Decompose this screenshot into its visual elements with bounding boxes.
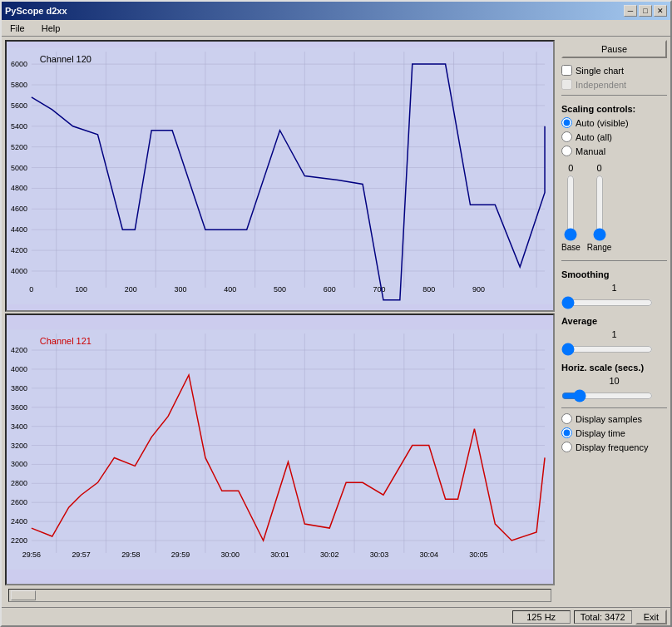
svg-text:30:04: 30:04 xyxy=(419,550,437,559)
base-slider[interactable] xyxy=(561,175,580,241)
scaling-auto-visible-radio[interactable] xyxy=(561,117,572,128)
status-bar: 125 Hz Total: 3472 Exit xyxy=(2,607,670,625)
svg-text:4800: 4800 xyxy=(11,184,27,192)
minimize-button[interactable]: ─ xyxy=(624,5,637,17)
smoothing-value: 1 xyxy=(561,283,667,293)
charts-area: 4000 4200 4400 4600 4800 5000 5200 5400 … xyxy=(2,37,558,607)
exit-button[interactable]: Exit xyxy=(635,610,667,625)
svg-text:6000: 6000 xyxy=(11,60,27,68)
window-title: PyScope d2xx xyxy=(5,6,67,16)
scaling-auto-all-radio[interactable] xyxy=(561,131,572,142)
svg-text:800: 800 xyxy=(422,285,435,294)
display-time-row: Display time xyxy=(561,427,667,438)
horizontal-scrollbar[interactable] xyxy=(8,589,551,602)
range-slider[interactable] xyxy=(590,175,609,241)
average-label: Average xyxy=(561,316,667,326)
svg-text:5800: 5800 xyxy=(11,81,27,89)
svg-text:4200: 4200 xyxy=(11,346,27,354)
horiz-scale-label: Horiz. scale (secs.) xyxy=(561,363,667,373)
svg-text:29:56: 29:56 xyxy=(22,550,41,559)
svg-text:29:59: 29:59 xyxy=(171,550,190,559)
main-content: 4000 4200 4400 4600 4800 5000 5200 5400 … xyxy=(2,37,670,607)
svg-text:2800: 2800 xyxy=(11,479,27,487)
base-range-sliders: 0 Base 0 Range xyxy=(561,163,667,252)
title-bar: PyScope d2xx ─ □ ✕ xyxy=(2,2,670,20)
scaling-manual-row: Manual xyxy=(561,146,667,156)
svg-text:3800: 3800 xyxy=(11,384,27,392)
divider-1 xyxy=(561,95,667,96)
scaling-auto-all-label: Auto (all) xyxy=(576,132,612,142)
menu-help[interactable]: Help xyxy=(37,22,66,35)
svg-text:3000: 3000 xyxy=(11,460,27,468)
range-label: Range xyxy=(587,243,611,252)
svg-text:29:57: 29:57 xyxy=(72,550,90,559)
main-window: PyScope d2xx ─ □ ✕ File Help xyxy=(0,0,672,627)
display-frequency-label: Display frequency xyxy=(576,442,648,452)
svg-text:700: 700 xyxy=(373,285,385,294)
chart-svg-121: 2200 2400 2600 2800 3000 3200 3400 3600 … xyxy=(7,315,553,584)
svg-text:2600: 2600 xyxy=(11,498,27,506)
title-bar-controls: ─ □ ✕ xyxy=(624,5,667,17)
svg-text:2200: 2200 xyxy=(11,536,27,545)
horiz-slider[interactable] xyxy=(561,389,653,402)
display-samples-row: Display samples xyxy=(561,413,667,424)
scaling-manual-radio[interactable] xyxy=(561,146,572,156)
horiz-value: 10 xyxy=(561,376,667,386)
svg-text:500: 500 xyxy=(274,285,286,294)
scrollbar-thumb[interactable] xyxy=(11,590,36,600)
scaling-manual-label: Manual xyxy=(576,146,605,156)
svg-text:3400: 3400 xyxy=(11,422,27,431)
svg-text:30:05: 30:05 xyxy=(469,550,487,559)
pause-button[interactable]: Pause xyxy=(561,40,667,58)
base-label: Base xyxy=(561,243,581,252)
svg-text:4000: 4000 xyxy=(11,365,27,373)
base-value: 0 xyxy=(568,163,573,173)
svg-text:4000: 4000 xyxy=(11,267,27,275)
svg-text:4200: 4200 xyxy=(11,246,27,254)
svg-text:4400: 4400 xyxy=(11,225,27,234)
svg-text:5600: 5600 xyxy=(11,101,27,110)
svg-text:Channel 121: Channel 121 xyxy=(40,336,91,346)
divider-3 xyxy=(561,407,667,408)
svg-text:5200: 5200 xyxy=(11,143,27,151)
svg-text:30:02: 30:02 xyxy=(320,550,338,559)
svg-text:5000: 5000 xyxy=(11,164,27,172)
svg-text:5400: 5400 xyxy=(11,122,27,131)
chart-svg-120: 4000 4200 4400 4600 4800 5000 5200 5400 … xyxy=(7,42,553,310)
display-frequency-radio[interactable] xyxy=(561,442,572,452)
single-chart-checkbox[interactable] xyxy=(561,65,572,76)
smoothing-slider[interactable] xyxy=(561,296,653,309)
svg-text:4600: 4600 xyxy=(11,205,27,213)
range-slider-wrap: 0 Range xyxy=(587,163,611,252)
smoothing-label: Smoothing xyxy=(561,269,667,279)
single-chart-row: Single chart xyxy=(561,65,667,76)
svg-rect-45 xyxy=(7,329,553,570)
scaling-controls-label: Scaling controls: xyxy=(561,104,667,114)
independent-checkbox xyxy=(561,79,572,90)
chart-channel120: 4000 4200 4400 4600 4800 5000 5200 5400 … xyxy=(5,40,555,312)
sidebar: Pause Single chart Independent Scaling c… xyxy=(558,37,670,607)
svg-text:400: 400 xyxy=(224,285,236,294)
scaling-auto-all-row: Auto (all) xyxy=(561,131,667,142)
svg-text:30:01: 30:01 xyxy=(270,550,289,559)
display-time-label: Display time xyxy=(576,428,625,438)
display-samples-radio[interactable] xyxy=(561,413,572,424)
average-value: 1 xyxy=(561,329,667,339)
svg-text:200: 200 xyxy=(125,285,137,294)
scaling-auto-visible-label: Auto (visible) xyxy=(576,118,629,128)
svg-text:30:00: 30:00 xyxy=(221,550,240,559)
svg-text:100: 100 xyxy=(75,285,87,294)
single-chart-label: Single chart xyxy=(576,66,624,76)
close-button[interactable]: ✕ xyxy=(654,5,667,17)
average-slider[interactable] xyxy=(561,343,653,356)
svg-text:3600: 3600 xyxy=(11,403,27,412)
svg-text:2400: 2400 xyxy=(11,517,27,526)
display-time-radio[interactable] xyxy=(561,427,572,438)
independent-row: Independent xyxy=(561,79,667,90)
display-samples-label: Display samples xyxy=(576,414,642,424)
independent-label: Independent xyxy=(576,80,626,90)
menu-file[interactable]: File xyxy=(5,22,30,35)
divider-2 xyxy=(561,260,667,261)
svg-text:3200: 3200 xyxy=(11,442,27,450)
maximize-button[interactable]: □ xyxy=(639,5,652,17)
